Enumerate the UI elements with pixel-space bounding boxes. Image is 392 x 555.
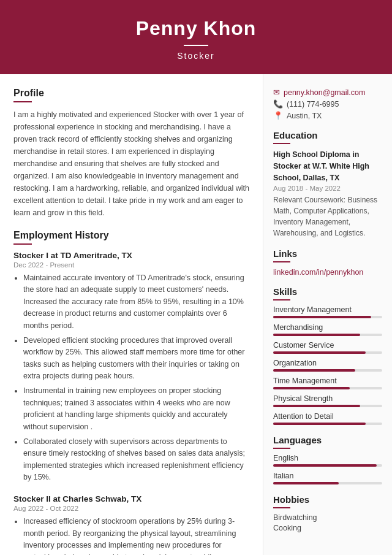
- skill-bar-bg-0: [273, 316, 382, 318]
- job-1-bullet-2: Developed efficient stocking procedures …: [23, 335, 251, 383]
- job-1-date: Dec 2022 - Present: [13, 261, 251, 269]
- education-title: Education: [273, 130, 382, 140]
- skill-name-6: Attention to Detail: [273, 412, 382, 421]
- resume-container: Penny Khon Stocker Profile I am a highly…: [0, 0, 392, 555]
- contact-section: ✉ penny.khon@gmail.com 📞 (111) 774-6995 …: [273, 88, 382, 120]
- phone-text: (111) 774-6995: [287, 100, 339, 109]
- skills-divider: [273, 299, 290, 300]
- skill-bar-bg-6: [273, 423, 382, 425]
- lang-name-0: English: [273, 454, 382, 462]
- languages-section: Languages English Italian: [273, 435, 382, 484]
- header-divider: [184, 45, 208, 46]
- skill-name-3: Organization: [273, 359, 382, 367]
- contact-email[interactable]: ✉ penny.khon@gmail.com: [273, 88, 382, 97]
- lang-bar-bg-1: [273, 482, 382, 484]
- lang-name-1: Italian: [273, 472, 382, 480]
- location-icon: 📍: [273, 111, 283, 120]
- skills-title: Skills: [273, 286, 382, 297]
- job-1-bullet-1: Maintained accurate inventory of TD Amer…: [23, 272, 251, 332]
- skill-bar-fill-2: [273, 351, 366, 354]
- skill-item-6: Attention to Detail: [273, 412, 382, 425]
- skill-bar-fill-0: [273, 316, 371, 318]
- main-content: Profile I am a highly motivated and expe…: [0, 74, 263, 555]
- hobbies-list: BirdwatchingCooking: [273, 513, 382, 532]
- hobbies-section: Hobbies BirdwatchingCooking: [273, 494, 382, 532]
- link-1[interactable]: linkedin.com/in/pennykhon: [273, 267, 382, 277]
- skill-name-0: Inventory Management: [273, 305, 382, 314]
- contact-location: 📍 Austin, TX: [273, 111, 382, 120]
- skill-bar-fill-6: [273, 423, 366, 425]
- skill-item-0: Inventory Management: [273, 305, 382, 318]
- education-divider: [273, 143, 290, 144]
- skill-name-1: Merchandising: [273, 323, 382, 332]
- profile-divider: [13, 101, 32, 102]
- skill-item-3: Organization: [273, 359, 382, 372]
- lang-item-1: Italian: [273, 472, 382, 484]
- skill-bar-bg-1: [273, 334, 382, 336]
- skill-bar-fill-4: [273, 387, 350, 389]
- profile-text: I am a highly motivated and experienced …: [13, 109, 251, 219]
- skill-bar-bg-5: [273, 405, 382, 407]
- links-title: Links: [273, 248, 382, 259]
- skill-name-4: Time Management: [273, 377, 382, 385]
- education-section: Education High School Diploma in Stocker…: [273, 130, 382, 239]
- header: Penny Khon Stocker: [0, 0, 392, 74]
- email-link[interactable]: penny.khon@gmail.com: [284, 88, 365, 97]
- skill-bar-fill-1: [273, 334, 360, 336]
- lang-bar-fill-0: [273, 464, 377, 467]
- skill-bar-bg-2: [273, 351, 382, 354]
- skill-bar-bg-4: [273, 387, 382, 389]
- location-text: Austin, TX: [287, 112, 322, 120]
- skill-bar-bg-3: [273, 369, 382, 372]
- skill-item-4: Time Management: [273, 377, 382, 389]
- job-1-bullets: Maintained accurate inventory of TD Amer…: [13, 272, 251, 483]
- employment-title: Employment History: [13, 230, 251, 241]
- skill-name-2: Customer Service: [273, 341, 382, 350]
- skill-bar-fill-5: [273, 405, 360, 407]
- lang-bar-fill-1: [273, 482, 339, 484]
- links-section: Links linkedin.com/in/pennykhon: [273, 248, 382, 277]
- employment-divider: [13, 243, 32, 245]
- job-2-bullet-1: Increased efficiency of stockroom operat…: [23, 516, 251, 555]
- contact-phone: 📞 (111) 774-6995: [273, 99, 382, 109]
- skills-list: Inventory Management Merchandising Custo…: [273, 305, 382, 425]
- hobby-item-1: Cooking: [273, 524, 382, 532]
- languages-divider: [273, 448, 290, 449]
- languages-list: English Italian: [273, 454, 382, 484]
- skill-item-5: Physical Strength: [273, 394, 382, 407]
- job-2-bullets: Increased efficiency of stockroom operat…: [13, 516, 251, 555]
- candidate-title: Stocker: [12, 51, 380, 61]
- job-1: Stocker I at TD Ameritrade, TX Dec 2022 …: [13, 251, 251, 483]
- email-icon: ✉: [273, 88, 280, 97]
- job-1-bullet-4: Collaborated closely with supervisors ac…: [23, 436, 251, 484]
- links-divider: [273, 261, 290, 262]
- hobbies-divider: [273, 507, 290, 508]
- job-2-title: Stocker II at Charles Schwab, TX: [13, 494, 251, 503]
- candidate-name: Penny Khon: [12, 17, 380, 40]
- body: Profile I am a highly motivated and expe…: [0, 74, 392, 555]
- profile-title: Profile: [13, 88, 251, 99]
- education-date: Aug 2018 - May 2022: [273, 185, 382, 192]
- education-degree: High School Diploma in Stocker at W.T. W…: [273, 149, 382, 183]
- phone-icon: 📞: [273, 99, 283, 109]
- job-2-date: Aug 2022 - Oct 2022: [13, 505, 251, 512]
- skill-item-2: Customer Service: [273, 341, 382, 354]
- job-1-bullet-3: Instrumental in training new employees o…: [23, 385, 251, 433]
- skill-item-1: Merchandising: [273, 323, 382, 336]
- employment-section: Employment History Stocker I at TD Ameri…: [13, 230, 251, 555]
- skill-name-5: Physical Strength: [273, 394, 382, 403]
- hobby-item-0: Birdwatching: [273, 513, 382, 522]
- job-2: Stocker II at Charles Schwab, TX Aug 202…: [13, 494, 251, 555]
- linkedin-link[interactable]: linkedin.com/in/pennykhon: [273, 268, 363, 277]
- skill-bar-fill-3: [273, 369, 355, 372]
- languages-title: Languages: [273, 435, 382, 445]
- lang-item-0: English: [273, 454, 382, 467]
- skills-section: Skills Inventory Management Merchandisin…: [273, 286, 382, 425]
- education-courses: Relevant Coursework: Business Math, Comp…: [273, 194, 382, 239]
- lang-bar-bg-0: [273, 464, 382, 467]
- job-1-title: Stocker I at TD Ameritrade, TX: [13, 251, 251, 260]
- sidebar: ✉ penny.khon@gmail.com 📞 (111) 774-6995 …: [263, 74, 392, 555]
- hobbies-title: Hobbies: [273, 494, 382, 505]
- profile-section: Profile I am a highly motivated and expe…: [13, 88, 251, 219]
